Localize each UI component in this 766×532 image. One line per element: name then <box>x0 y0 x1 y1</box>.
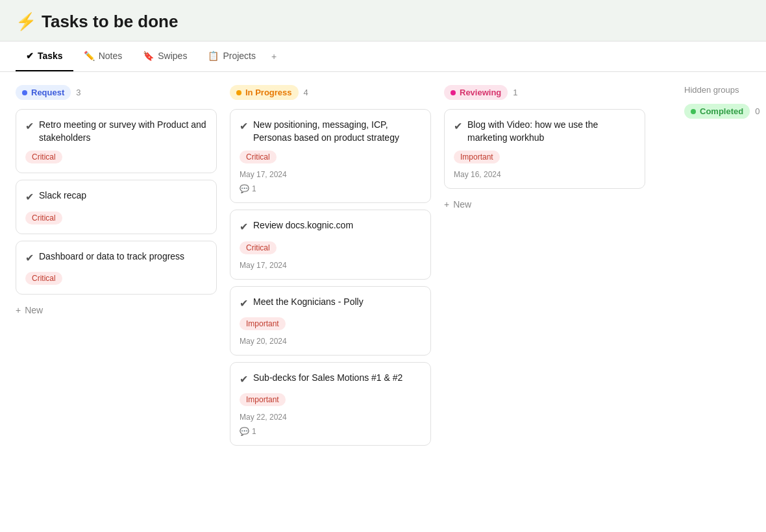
tasks-icon: ✔ <box>26 51 34 61</box>
projects-icon: 📋 <box>208 51 219 61</box>
tag-important: Important <box>240 393 286 406</box>
header: ⚡ Tasks to be done <box>0 0 766 42</box>
tab-notes[interactable]: ✏️ Notes <box>73 42 133 71</box>
card-retro-meeting[interactable]: ✔ Retro meeting or survey with Product a… <box>16 109 217 173</box>
card-kognicians[interactable]: ✔ Meet the Kognicians - Polly Important … <box>230 286 431 356</box>
request-dot <box>22 90 27 95</box>
check-icon: ✔ <box>454 119 462 134</box>
column-reviewing-badge: Reviewing <box>444 85 508 100</box>
check-icon: ✔ <box>240 296 248 311</box>
column-request-badge: Request <box>16 85 71 100</box>
add-new-reviewing[interactable]: + New <box>444 195 645 213</box>
card-comment: 💬 1 <box>240 427 421 436</box>
tag-critical: Critical <box>25 272 62 285</box>
notes-icon: ✏️ <box>84 51 95 61</box>
card-blog-video[interactable]: ✔ Blog with Video: how we use the market… <box>444 109 645 189</box>
check-icon: ✔ <box>25 251 34 265</box>
card-date: May 20, 2024 <box>240 337 421 346</box>
tag-critical: Critical <box>25 151 62 163</box>
tag-critical: Critical <box>240 151 277 163</box>
card-date: May 17, 2024 <box>240 170 421 179</box>
swipes-icon: 🔖 <box>143 51 154 61</box>
plus-icon: + <box>444 199 449 210</box>
card-dashboard[interactable]: ✔ Dashboard or data to track progress Cr… <box>16 241 217 295</box>
add-new-request[interactable]: + New <box>16 301 217 319</box>
check-icon: ✔ <box>240 372 248 387</box>
card-review-docs[interactable]: ✔ Review docs.kognic.com Critical May 17… <box>230 210 431 279</box>
hidden-groups-section: Hidden groups Completed 0 <box>684 85 766 119</box>
tab-projects[interactable]: 📋 Projects <box>197 42 266 71</box>
column-request-header: Request 3 <box>16 85 217 100</box>
tag-important: Important <box>240 317 286 330</box>
card-sub-decks[interactable]: ✔ Sub-decks for Sales Motions #1 & #2 Im… <box>230 362 431 446</box>
comment-icon: 💬 <box>240 184 249 193</box>
card-date: May 17, 2024 <box>240 261 421 270</box>
column-reviewing: Reviewing 1 ✔ Blog with Video: how we us… <box>444 85 645 213</box>
comment-icon: 💬 <box>240 427 249 436</box>
check-icon: ✔ <box>25 190 34 204</box>
tag-important: Important <box>454 151 500 163</box>
tag-critical: Critical <box>25 212 62 224</box>
tag-critical: Critical <box>240 241 277 254</box>
page-title: ⚡ Tasks to be done <box>16 12 750 32</box>
completed-badge[interactable]: Completed <box>684 104 750 119</box>
check-icon: ✔ <box>25 119 34 134</box>
completed-dot <box>691 109 696 114</box>
column-inprogress: In Progress 4 ✔ New positioning, messagi… <box>230 85 431 452</box>
inprogress-dot <box>236 90 241 95</box>
column-inprogress-badge: In Progress <box>230 85 299 100</box>
column-inprogress-header: In Progress 4 <box>230 85 431 100</box>
plus-icon: + <box>16 305 21 315</box>
card-date: May 16, 2024 <box>454 170 636 179</box>
board: Request 3 ✔ Retro meeting or survey with… <box>0 72 766 465</box>
tab-tasks[interactable]: ✔ Tasks <box>16 42 73 71</box>
card-comment: 💬 1 <box>240 184 421 193</box>
column-request: Request 3 ✔ Retro meeting or survey with… <box>16 85 217 319</box>
lightning-icon: ⚡ <box>16 12 36 32</box>
card-slack-recap[interactable]: ✔ Slack recap Critical <box>16 180 217 234</box>
hidden-groups-header: Hidden groups <box>684 85 766 95</box>
card-date: May 22, 2024 <box>240 413 421 422</box>
column-reviewing-header: Reviewing 1 <box>444 85 645 100</box>
check-icon: ✔ <box>240 220 248 234</box>
check-icon: ✔ <box>240 119 248 134</box>
card-positioning[interactable]: ✔ New positioning, messaging, ICP, Perso… <box>230 109 431 203</box>
tab-plus[interactable]: + <box>266 42 282 71</box>
reviewing-dot <box>451 90 456 95</box>
tab-bar: ✔ Tasks ✏️ Notes 🔖 Swipes 📋 Projects + <box>0 42 766 72</box>
tab-swipes[interactable]: 🔖 Swipes <box>132 42 197 71</box>
